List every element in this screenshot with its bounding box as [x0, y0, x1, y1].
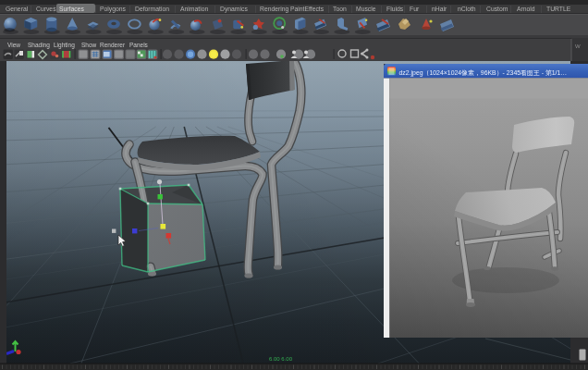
svg-text:General: General — [6, 6, 29, 12]
svg-text:Dynamics: Dynamics — [220, 6, 248, 13]
svg-text:Fur: Fur — [410, 6, 420, 12]
svg-text:Fluids: Fluids — [386, 6, 404, 12]
svg-text:Curves: Curves — [36, 6, 56, 12]
svg-text:Show: Show — [81, 42, 97, 48]
svg-text:Panels: Panels — [129, 42, 149, 48]
svg-text:Muscle: Muscle — [356, 6, 376, 12]
svg-text:Shading: Shading — [28, 42, 50, 49]
svg-text:Custom: Custom — [486, 6, 508, 12]
svg-text:PaintEffects: PaintEffects — [290, 6, 325, 12]
svg-text:Deformation: Deformation — [135, 6, 169, 12]
svg-text:Animation: Animation — [180, 6, 208, 12]
svg-text:nHair: nHair — [432, 6, 447, 12]
svg-text:nCloth: nCloth — [458, 6, 476, 12]
svg-text:Renderer: Renderer — [100, 42, 126, 48]
svg-text:TURTLE: TURTLE — [546, 6, 571, 12]
svg-text:W: W — [575, 43, 581, 49]
svg-text:Surfaces: Surfaces — [59, 6, 84, 12]
svg-text:Toon: Toon — [333, 6, 347, 12]
svg-text:View: View — [7, 42, 20, 48]
svg-text:6.00 6.00: 6.00 6.00 — [269, 356, 293, 362]
svg-text:Polygons: Polygons — [100, 6, 127, 13]
svg-text:Rendering: Rendering — [260, 6, 289, 13]
svg-text:Arnold: Arnold — [517, 6, 535, 12]
svg-text:Lighting: Lighting — [54, 42, 75, 49]
svg-text:dz2.jpeg（1024×1024像素，96KB）- 23: dz2.jpeg（1024×1024像素，96KB）- 2345看图王 - 第1… — [399, 69, 568, 77]
